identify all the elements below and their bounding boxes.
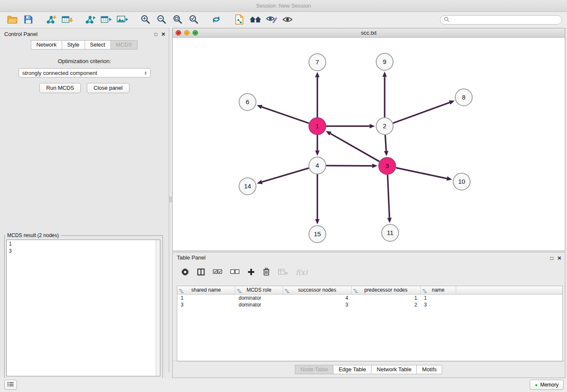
export-image-button[interactable] xyxy=(114,13,130,27)
graph-node-14[interactable]: 14 xyxy=(239,178,256,195)
sort-icon[interactable] xyxy=(353,288,358,296)
save-session-button[interactable] xyxy=(20,13,36,27)
criterion-dropdown[interactable]: strongly connected component ▴▾ xyxy=(19,68,151,77)
table-row[interactable]: 1dominator411 xyxy=(177,295,562,301)
table-tab-edge-table[interactable]: Edge Table xyxy=(333,365,372,374)
import-table-button[interactable] xyxy=(59,13,75,27)
search-field[interactable] xyxy=(440,15,562,25)
delete-column-button[interactable] xyxy=(263,268,270,277)
refresh-icon xyxy=(211,15,221,25)
table-cell[interactable]: 3 xyxy=(421,301,456,308)
edge-2-8[interactable] xyxy=(393,102,450,123)
run-mcds-button[interactable]: Run MCDS xyxy=(39,83,81,93)
window-minimize-icon[interactable]: − xyxy=(184,30,190,36)
graph-node-11[interactable]: 11 xyxy=(382,224,399,241)
tab-network[interactable]: Network xyxy=(31,40,62,50)
close-panel-button[interactable]: Close panel xyxy=(87,83,129,93)
graph-node-6[interactable]: 6 xyxy=(239,94,256,110)
function-builder-button[interactable]: f(x) xyxy=(296,268,307,276)
window-close-icon[interactable]: ✕ xyxy=(176,30,181,36)
panel-splitter[interactable] xyxy=(169,28,172,378)
import-network-button[interactable] xyxy=(43,13,59,27)
edge-4-3[interactable] xyxy=(326,166,372,166)
table-cell[interactable]: 4 xyxy=(283,295,352,301)
column-header-shared-name[interactable]: shared name xyxy=(177,286,235,294)
column-header-name[interactable]: name xyxy=(421,286,456,294)
table-settings-button[interactable] xyxy=(181,268,189,277)
tab-select[interactable]: Select xyxy=(85,40,111,50)
select-all-button[interactable] xyxy=(213,269,222,276)
delete-table-button[interactable] xyxy=(278,268,288,276)
table-cell[interactable]: dominator xyxy=(235,295,283,301)
graph-node-4[interactable]: 4 xyxy=(309,157,326,174)
table-tab-network-table[interactable]: Network Table xyxy=(371,365,417,374)
export-table-button[interactable] xyxy=(98,13,114,27)
mcds-result-box[interactable]: 13 xyxy=(6,240,160,376)
close-panel-icon[interactable]: ✕ xyxy=(161,28,165,40)
tab-mcds[interactable]: MCDS xyxy=(110,40,138,50)
column-header-successor-nodes[interactable]: successor nodes xyxy=(283,286,352,294)
window-titlebar[interactable]: Session: New Session xyxy=(0,0,567,12)
show-columns-button[interactable] xyxy=(197,268,205,277)
svg-text:3: 3 xyxy=(385,162,389,169)
first-neighbors-button[interactable] xyxy=(247,13,263,27)
sort-icon[interactable] xyxy=(422,288,427,296)
control-panel-title: Control Panel xyxy=(4,31,38,37)
show-hide-button[interactable] xyxy=(279,13,295,27)
table-cell[interactable]: 3 xyxy=(283,301,352,308)
sort-icon[interactable] xyxy=(285,288,289,296)
tab-style[interactable]: Style xyxy=(62,40,85,50)
sort-icon[interactable] xyxy=(237,288,242,296)
zoom-fit-button[interactable] xyxy=(169,13,185,27)
graph-node-10[interactable]: 10 xyxy=(453,173,470,190)
svg-text:1: 1 xyxy=(316,122,319,130)
table-tab-node-table[interactable]: Node Table xyxy=(295,365,334,374)
edge-1-6[interactable] xyxy=(262,107,309,124)
export-network-button[interactable] xyxy=(82,13,98,27)
float-panel-icon[interactable]: □ xyxy=(550,253,553,264)
graph-node-7[interactable]: 7 xyxy=(309,54,326,71)
graph-node-3[interactable]: 3 xyxy=(379,157,396,174)
column-header-MCDS-role[interactable]: MCDS role xyxy=(235,286,283,294)
zoom-out-button[interactable] xyxy=(153,13,169,27)
table-cell[interactable]: 2 xyxy=(352,301,421,308)
table-cell[interactable]: 1 xyxy=(352,295,421,301)
result-scrollbar[interactable] xyxy=(156,240,160,376)
table-cell[interactable]: 3 xyxy=(177,301,235,308)
edge-2-3[interactable] xyxy=(385,135,386,151)
deselect-all-button[interactable] xyxy=(230,269,239,276)
graph-node-9[interactable]: 9 xyxy=(376,53,393,70)
column-header-predecessor-nodes[interactable]: predecessor nodes xyxy=(352,286,421,294)
table-row[interactable]: 3dominator323 xyxy=(177,301,562,308)
graph-node-2[interactable]: 2 xyxy=(376,118,393,135)
refresh-layout-button[interactable] xyxy=(208,13,224,27)
table-tab-motifs[interactable]: Motifs xyxy=(416,365,442,374)
edge-3-11[interactable] xyxy=(388,175,389,218)
search-input[interactable] xyxy=(451,17,558,23)
sort-icon[interactable] xyxy=(179,288,184,296)
open-session-button[interactable] xyxy=(4,13,20,27)
edge-3-1[interactable] xyxy=(330,134,380,162)
graph-node-15[interactable]: 15 xyxy=(309,226,326,243)
zoom-in-button[interactable] xyxy=(137,13,153,27)
float-panel-icon[interactable]: □ xyxy=(154,28,157,40)
memory-button[interactable]: ● Memory xyxy=(530,380,564,390)
graph-node-8[interactable]: 8 xyxy=(455,89,472,106)
task-history-button[interactable] xyxy=(4,380,17,390)
edge-3-10[interactable] xyxy=(396,168,447,178)
table-cell[interactable]: dominator xyxy=(235,301,283,308)
network-file-button[interactable] xyxy=(231,13,247,27)
edge-arrow-3-10 xyxy=(446,177,452,181)
network-window-titlebar[interactable]: ✕ − + scc.txt xyxy=(173,28,565,38)
zoom-selected-button[interactable] xyxy=(185,13,201,27)
graph-node-1[interactable]: 1 xyxy=(309,118,326,135)
control-panel: Control Panel □ ✕ NetworkStyleSelectMCDS… xyxy=(0,28,169,373)
window-zoom-icon[interactable]: + xyxy=(193,30,198,36)
table-cell[interactable]: 1 xyxy=(177,295,235,301)
edge-arrow-1-2 xyxy=(370,124,375,128)
annotation-eye-button[interactable] xyxy=(263,13,279,27)
network-canvas[interactable]: 7968124314101511 xyxy=(173,38,565,251)
add-column-button[interactable] xyxy=(248,268,255,277)
edge-4-14[interactable] xyxy=(262,168,309,182)
close-panel-icon[interactable]: ✕ xyxy=(557,253,561,264)
